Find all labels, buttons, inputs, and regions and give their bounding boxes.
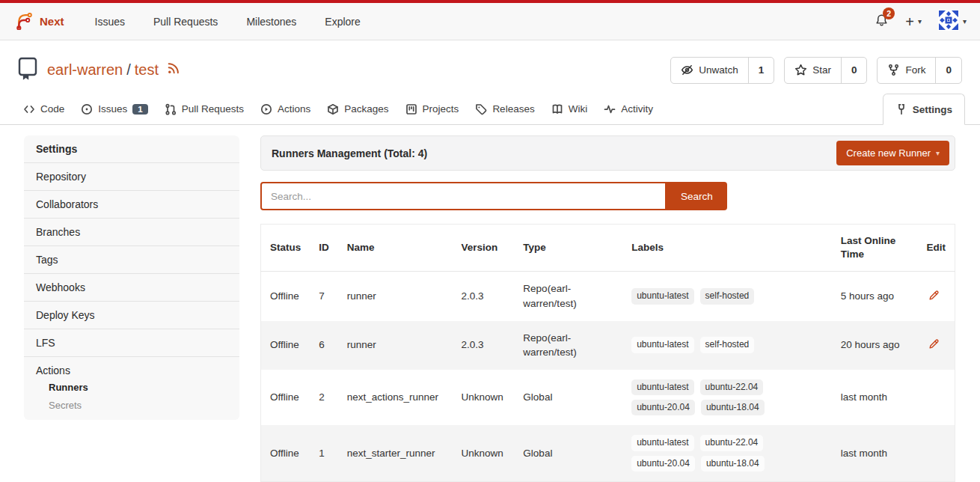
runner-version: 2.0.3 bbox=[452, 272, 514, 321]
fork-count[interactable]: 0 bbox=[935, 58, 961, 83]
column-header-version: Version bbox=[452, 225, 514, 272]
issue-count-badge: 1 bbox=[132, 104, 147, 115]
column-header-labels: Labels bbox=[622, 225, 831, 272]
sidebar-item-label: Repository bbox=[36, 171, 86, 183]
table-row: Offline6runner2.0.3Repo(earl-warren/test… bbox=[261, 321, 955, 370]
book-icon bbox=[551, 103, 563, 115]
label-chip: ubuntu-latest bbox=[631, 337, 693, 353]
runner-id: 6 bbox=[310, 321, 338, 370]
table-header-row: StatusIDNameVersionTypeLabelsLast Online… bbox=[261, 225, 955, 272]
runner-last-online: last month bbox=[832, 425, 918, 481]
tab-issues[interactable]: Issues1 bbox=[73, 94, 156, 124]
sidebar-item-settings[interactable]: Settings bbox=[24, 135, 239, 163]
column-header-status: Status bbox=[261, 225, 310, 272]
runner-version: 2.0.3 bbox=[452, 321, 514, 370]
runner-name: runner bbox=[338, 272, 453, 321]
topnav-link-issues[interactable]: Issues bbox=[81, 16, 139, 28]
tag-icon bbox=[475, 103, 487, 115]
tab-releases[interactable]: Releases bbox=[467, 94, 542, 124]
rss-icon[interactable] bbox=[167, 61, 180, 79]
fork-button[interactable]: Fork bbox=[878, 58, 935, 83]
repo-separator: / bbox=[126, 61, 131, 79]
tab-label-packages: Packages bbox=[344, 103, 388, 115]
sidebar-item-branches[interactable]: Branches bbox=[24, 219, 239, 246]
runner-name: runner bbox=[338, 321, 453, 370]
runner-id: 2 bbox=[310, 370, 338, 426]
sidebar-subitems: RunnersSecrets bbox=[36, 376, 227, 412]
runner-status: Offline bbox=[261, 321, 310, 370]
sidebar-item-webhooks[interactable]: Webhooks bbox=[24, 274, 239, 302]
sidebar-item-label: LFS bbox=[36, 337, 55, 349]
notifications-button[interactable]: 2 bbox=[875, 13, 889, 30]
edit-runner-button[interactable] bbox=[926, 336, 942, 354]
sidebar-item-tags[interactable]: Tags bbox=[24, 246, 239, 274]
label-chip: ubuntu-22.04 bbox=[700, 435, 764, 451]
home-logo-link[interactable]: Next bbox=[13, 10, 64, 33]
runner-search-bar: Search bbox=[260, 182, 955, 210]
runner-name: next_starter_runner bbox=[338, 425, 453, 481]
tab-projects[interactable]: Projects bbox=[397, 94, 468, 124]
sidebar-item-label: Actions bbox=[36, 364, 70, 376]
search-input[interactable] bbox=[260, 182, 667, 210]
panel-title: Runners Management (Total: 4) bbox=[272, 147, 427, 159]
fork-icon bbox=[887, 64, 900, 76]
repo-owner-link[interactable]: earl-warren bbox=[47, 61, 123, 79]
tab-wiki[interactable]: Wiki bbox=[543, 94, 596, 124]
sidebar-item-collaborators[interactable]: Collaborators bbox=[24, 191, 239, 219]
sidebar-subitem-runners[interactable]: Runners bbox=[49, 382, 227, 393]
topnav-link-explore[interactable]: Explore bbox=[310, 16, 374, 28]
tab-activity[interactable]: Activity bbox=[595, 94, 661, 124]
unwatch-button[interactable]: Unwatch bbox=[671, 58, 748, 83]
sidebar-subitem-secrets[interactable]: Secrets bbox=[49, 400, 227, 411]
sidebar-item-repository[interactable]: Repository bbox=[24, 163, 239, 191]
edit-runner-button[interactable] bbox=[926, 287, 942, 305]
runner-version: Unknown bbox=[452, 370, 514, 426]
runner-type: Global bbox=[514, 370, 622, 426]
tab-label-issues: Issues bbox=[98, 103, 127, 115]
unwatch-count[interactable]: 1 bbox=[748, 58, 774, 83]
avatar-identicon bbox=[938, 10, 959, 34]
star-label: Star bbox=[812, 64, 831, 76]
topnav-link-pull-requests[interactable]: Pull Requests bbox=[139, 16, 232, 28]
forgejo-logo-icon bbox=[13, 10, 34, 33]
runners-panel: Runners Management (Total: 4) Create new… bbox=[260, 135, 955, 482]
create-menu-button[interactable]: + ▾ bbox=[905, 14, 922, 29]
create-new-runner-button[interactable]: Create new Runner ▾ bbox=[836, 141, 949, 165]
runner-version: Unknown bbox=[452, 425, 514, 481]
tab-settings[interactable]: Settings bbox=[883, 94, 965, 125]
tab-code[interactable]: Code bbox=[15, 94, 73, 124]
chevron-down-icon: ▾ bbox=[918, 17, 922, 25]
runner-id: 1 bbox=[310, 425, 338, 481]
project-icon bbox=[405, 103, 417, 115]
tab-actions[interactable]: Actions bbox=[252, 94, 319, 124]
search-button[interactable]: Search bbox=[667, 182, 727, 210]
sidebar-item-label: Collaborators bbox=[36, 198, 98, 210]
column-header-name: Name bbox=[338, 225, 453, 272]
column-header-edit: Edit bbox=[917, 225, 955, 272]
plus-icon: + bbox=[905, 14, 914, 29]
top-navbar: Next IssuesPull RequestsMilestonesExplor… bbox=[0, 3, 980, 40]
repo-name-link[interactable]: test bbox=[135, 61, 159, 79]
sidebar-item-actions[interactable]: ActionsRunnersSecrets bbox=[24, 357, 239, 420]
settings-sidebar: SettingsRepositoryCollaboratorsBranchesT… bbox=[24, 135, 239, 482]
brand-name: Next bbox=[40, 15, 64, 28]
unwatch-button-group: Unwatch1 bbox=[670, 57, 774, 84]
tab-label-actions: Actions bbox=[278, 103, 310, 115]
star-button[interactable]: Star bbox=[785, 58, 841, 83]
play-circle-icon bbox=[260, 103, 272, 115]
pulse-icon bbox=[604, 103, 616, 115]
runner-labels: ubuntu-latestubuntu-22.04ubuntu-20.04ubu… bbox=[622, 425, 831, 481]
column-header-type: Type bbox=[514, 225, 622, 272]
tab-label-activity: Activity bbox=[621, 103, 653, 115]
topnav-link-milestones[interactable]: Milestones bbox=[232, 16, 310, 28]
star-count[interactable]: 0 bbox=[841, 58, 867, 83]
tab-pulls[interactable]: Pull Requests bbox=[156, 94, 252, 124]
user-menu-button[interactable]: ▾ bbox=[938, 10, 967, 34]
runner-name: next_actions_runner bbox=[338, 370, 453, 426]
sidebar-item-deploy-keys[interactable]: Deploy Keys bbox=[24, 302, 239, 329]
tab-packages[interactable]: Packages bbox=[319, 94, 396, 124]
sidebar-item-lfs[interactable]: LFS bbox=[24, 329, 239, 357]
sidebar-item-label: Tags bbox=[36, 254, 58, 266]
runner-labels: ubuntu-latestubuntu-22.04ubuntu-20.04ubu… bbox=[622, 370, 831, 426]
label-chip: ubuntu-20.04 bbox=[631, 400, 695, 415]
